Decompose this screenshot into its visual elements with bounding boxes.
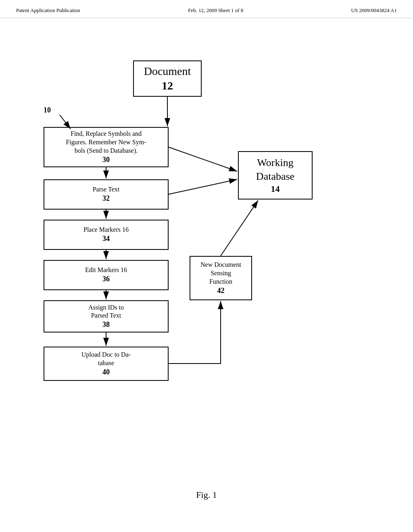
- assign-ids-line2: Parsed Text: [91, 312, 121, 320]
- svg-line-5: [169, 179, 237, 194]
- new-doc-num: 42: [217, 286, 225, 295]
- header-left: Patent Application Publication: [16, 7, 80, 14]
- upload-doc-num: 40: [102, 368, 110, 377]
- find-replace-line1: Find, Replace Symbols and: [71, 130, 142, 138]
- working-db-line2: Database: [256, 170, 294, 183]
- place-markers-line1: Place Markers 16: [83, 226, 129, 234]
- header-middle: Feb. 12, 2009 Sheet 1 of 8: [188, 7, 243, 14]
- find-replace-num: 30: [102, 155, 110, 164]
- box-upload-doc: Upload Doc to Da- tabase 40: [44, 347, 169, 381]
- find-replace-line2: Figures. Remember New Sym-: [66, 138, 146, 147]
- edit-markers-line1: Edit Markers 16: [85, 266, 127, 274]
- page-header: Patent Application Publication Feb. 12, …: [0, 0, 413, 18]
- box-assign-ids: Assign IDs to Parsed Text 38: [44, 300, 169, 332]
- box-parse-text: Parse Text 32: [44, 179, 169, 210]
- working-db-line1: Working: [257, 156, 293, 170]
- box-working-db: Working Database 14: [238, 151, 313, 200]
- box-edit-markers: Edit Markers 16 36: [44, 260, 169, 290]
- parse-text-line1: Parse Text: [93, 185, 120, 194]
- edit-markers-num: 36: [102, 274, 110, 284]
- assign-ids-line1: Assign IDs to: [88, 303, 124, 312]
- box-new-doc-sensing: New Document Sensing Function 42: [190, 256, 252, 300]
- header-right: US 2009/0043824 A1: [351, 7, 397, 14]
- parse-text-num: 32: [102, 194, 110, 203]
- upload-doc-line1: Upload Doc to Da-: [81, 351, 131, 359]
- assign-ids-num: 38: [102, 320, 110, 329]
- document-label: Document 12: [138, 64, 197, 94]
- new-doc-line2: Sensing: [211, 269, 231, 278]
- label-10: 10: [44, 106, 51, 114]
- find-replace-line3: bols (Send to Database).: [75, 147, 138, 155]
- box-place-markers: Place Markers 16 34: [44, 220, 169, 250]
- new-doc-line3: Function: [209, 278, 232, 286]
- working-db-num: 14: [271, 183, 280, 195]
- box-document: Document 12: [133, 60, 202, 97]
- svg-line-10: [221, 200, 258, 256]
- upload-doc-line2: tabase: [98, 359, 114, 368]
- place-markers-num: 34: [102, 234, 110, 243]
- figure-caption: Fig. 1: [0, 482, 413, 504]
- diagram-area: 10 Document 12 Find, Replace Symbols and…: [0, 18, 413, 482]
- new-doc-line1: New Document: [200, 261, 241, 269]
- box-find-replace: Find, Replace Symbols and Figures. Remem…: [44, 127, 169, 167]
- svg-line-3: [169, 147, 237, 171]
- arrows-svg: [0, 18, 413, 482]
